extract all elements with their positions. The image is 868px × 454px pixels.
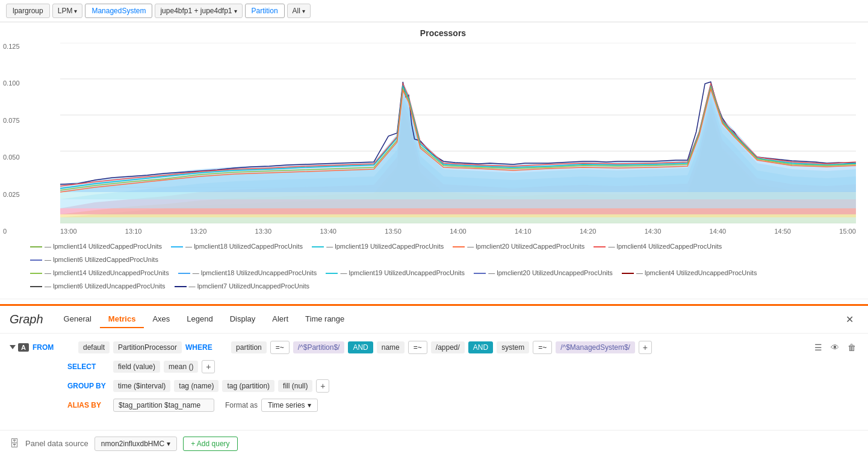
- visibility-icon[interactable]: 👁: [828, 341, 842, 353]
- partition-btn[interactable]: Partition: [245, 4, 285, 18]
- graph-panel: Graph General Metrics Axes Legend Displa…: [0, 304, 868, 454]
- format-lines-icon[interactable]: ☰: [812, 341, 825, 353]
- from-table[interactable]: PartitionProcessor: [113, 341, 182, 353]
- lpm-dropdown[interactable]: LPM ▾: [52, 4, 83, 18]
- chart-container: Processors 0 0.025 0.050 0.075 0.100 0.1…: [0, 22, 868, 299]
- format-caret-icon: ▾: [308, 401, 311, 409]
- tab-metrics[interactable]: Metrics: [100, 311, 144, 328]
- chart-svg: [60, 43, 856, 223]
- legend-item: — lpmclient19 UtilizedUncappedProcUnits: [326, 267, 465, 279]
- tab-time-range[interactable]: Time range: [297, 311, 353, 328]
- and2-val[interactable]: /^$ManagedSystem$/: [556, 341, 635, 353]
- query-row-groupby: GROUP BY time ($interval) tag (name) tag…: [10, 379, 858, 393]
- query-row-alias: ALIAS BY Format as Time series ▾: [10, 399, 858, 412]
- legend-item: — lpmclient20 UtilizedCappedProcUnits: [453, 241, 584, 253]
- groupby-label: GROUP BY: [67, 382, 110, 390]
- chart-title: Processors: [30, 28, 856, 38]
- expand-icon[interactable]: [10, 345, 16, 349]
- system-dropdown[interactable]: jupe4bfp1 + jupe4dfp1 ▾: [155, 4, 242, 18]
- tab-axes[interactable]: Axes: [144, 311, 178, 328]
- database-icon: 🗄: [10, 438, 19, 449]
- graph-header: Graph General Metrics Axes Legend Displa…: [0, 306, 868, 334]
- where-val[interactable]: /^$Partition$/: [293, 341, 345, 353]
- close-panel-button[interactable]: ✕: [841, 314, 858, 325]
- add-condition-button[interactable]: +: [639, 341, 652, 354]
- legend-item: — lpmclient6 UtilizedCappedProcUnits: [30, 254, 158, 266]
- groupby-tag1[interactable]: tag (name): [174, 380, 219, 392]
- graph-panel-title: Graph: [10, 313, 43, 326]
- format-value: Time series: [268, 401, 305, 409]
- query-a-badge: A: [18, 343, 29, 352]
- add-query-button[interactable]: + Add query: [183, 437, 237, 451]
- where-label: WHERE: [185, 343, 228, 352]
- all-caret: ▾: [302, 8, 305, 14]
- alias-label: ALIAS BY: [67, 401, 110, 409]
- row-a-indicator: A: [10, 343, 29, 352]
- datasource-caret-icon: ▾: [167, 440, 170, 448]
- bottom-bar: 🗄 Panel data source nmon2influxdbHMC ▾ +…: [0, 430, 868, 454]
- legend-item: — lpmclient14 UtilizedCappedProcUnits: [30, 241, 162, 253]
- tab-general[interactable]: General: [55, 311, 100, 328]
- query-row-select: SELECT field (value) mean () +: [10, 360, 858, 373]
- add-select-button[interactable]: +: [202, 360, 215, 373]
- tab-display[interactable]: Display: [222, 311, 264, 328]
- all-dropdown[interactable]: All ▾: [287, 4, 311, 18]
- and1-op[interactable]: =~: [408, 341, 427, 354]
- top-nav: lpargroup LPM ▾ ManagedSystem jupe4bfp1 …: [0, 0, 868, 22]
- chart-legend: — lpmclient14 UtilizedCappedProcUnits — …: [30, 240, 856, 293]
- and2-field[interactable]: system: [497, 341, 529, 353]
- system-caret: ▾: [234, 8, 237, 14]
- where-field[interactable]: partition: [231, 341, 267, 353]
- datasource-value: nmon2influxdbHMC: [101, 440, 164, 448]
- tab-alert[interactable]: Alert: [264, 311, 297, 328]
- lpargroup-btn[interactable]: lpargroup: [6, 4, 50, 18]
- and1-field[interactable]: name: [377, 341, 405, 353]
- legend-item: — lpmclient18 UtilizedUncappedProcUnits: [178, 267, 317, 279]
- datasource-label: Panel data source: [25, 439, 88, 448]
- groupby-time[interactable]: time ($interval): [113, 380, 170, 392]
- legend-item: — lpmclient4 UtilizedUncappedProcUnits: [622, 267, 757, 279]
- select-label: SELECT: [67, 362, 110, 371]
- legend-item: — lpmclient4 UtilizedCappedProcUnits: [594, 241, 722, 253]
- managed-system-btn[interactable]: ManagedSystem: [85, 4, 152, 18]
- y-axis-labels: 0 0.025 0.050 0.075 0.100 0.125: [3, 43, 20, 235]
- query-builder: A FROM default PartitionProcessor WHERE …: [0, 334, 868, 425]
- delete-query-icon[interactable]: 🗑: [845, 341, 858, 353]
- legend-item: — lpmclient14 UtilizedUncappedProcUnits: [30, 267, 169, 279]
- x-axis-labels: 13:00 13:10 13:20 13:30 13:40 13:50 14:0…: [60, 228, 856, 235]
- query-row-from: A FROM default PartitionProcessor WHERE …: [10, 341, 858, 354]
- select-field[interactable]: field (value): [113, 361, 160, 373]
- and1-label: AND: [348, 341, 373, 353]
- select-fn[interactable]: mean (): [164, 361, 198, 373]
- from-label: FROM: [33, 343, 75, 352]
- legend-item: — lpmclient20 UtilizedUncappedProcUnits: [474, 267, 613, 279]
- legend-item: — lpmclient7 UtilizedUncappedProcUnits: [175, 281, 310, 293]
- datasource-select[interactable]: nmon2influxdbHMC ▾: [95, 437, 177, 451]
- from-db[interactable]: default: [78, 341, 110, 353]
- legend-item: — lpmclient18 UtilizedCappedProcUnits: [171, 241, 303, 253]
- legend-item: — lpmclient19 UtilizedCappedProcUnits: [312, 241, 444, 253]
- tab-legend[interactable]: Legend: [178, 311, 221, 328]
- legend-item: — lpmclient6 UtilizedUncappedProcUnits: [30, 281, 166, 293]
- add-groupby-button[interactable]: +: [316, 379, 329, 393]
- alias-input[interactable]: [113, 399, 214, 412]
- format-as-label: Format as: [225, 401, 258, 409]
- groupby-tag2[interactable]: tag (partition): [222, 380, 274, 392]
- format-select-button[interactable]: Time series ▾: [261, 399, 318, 412]
- groupby-fill[interactable]: fill (null): [278, 380, 312, 392]
- lpm-caret: ▾: [74, 8, 77, 14]
- and1-val[interactable]: /apped/: [431, 341, 465, 353]
- where-op[interactable]: =~: [270, 341, 290, 354]
- and2-op[interactable]: =~: [533, 341, 552, 354]
- and2-label: AND: [468, 341, 493, 353]
